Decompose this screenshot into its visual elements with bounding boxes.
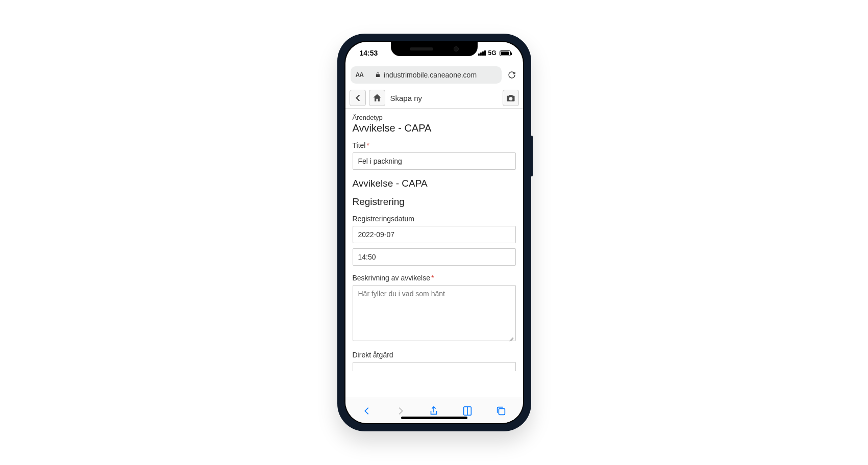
required-asterisk: * — [366, 141, 369, 149]
app-header-title: Skapa ny — [390, 94, 500, 102]
direct-action-input[interactable] — [353, 362, 516, 371]
reload-button[interactable] — [506, 70, 518, 80]
phone-frame: 14:53 5G AA industrimobile.caneaone.com — [337, 34, 531, 431]
svg-rect-0 — [499, 408, 505, 415]
case-type-label: Ärendetyp — [353, 114, 516, 121]
lock-icon — [375, 71, 381, 79]
reg-date-label: Registreringsdatum — [353, 215, 516, 223]
title-label: Titel* — [353, 141, 516, 149]
status-time: 14:53 — [360, 49, 378, 57]
home-button[interactable] — [369, 90, 385, 106]
battery-icon — [500, 50, 511, 56]
address-bar[interactable]: AA industrimobile.caneaone.com — [351, 66, 502, 84]
title-input[interactable] — [353, 152, 516, 170]
browser-back-button[interactable] — [357, 405, 377, 417]
text-size-button[interactable]: AA — [356, 71, 363, 79]
app-header: Skapa ny — [345, 88, 523, 109]
resize-handle-icon[interactable] — [509, 335, 514, 341]
browser-address-row: AA industrimobile.caneaone.com — [345, 64, 523, 88]
desc-label: Beskrivning av avvikelse* — [353, 274, 516, 282]
case-type-value: Avvikelse - CAPA — [353, 122, 516, 134]
tabs-button[interactable] — [491, 405, 511, 417]
section-heading-registrering: Registrering — [353, 196, 516, 208]
home-indicator[interactable] — [401, 417, 467, 419]
desc-textarea[interactable] — [353, 285, 516, 341]
bookmarks-button[interactable] — [457, 405, 478, 417]
back-button[interactable] — [350, 90, 366, 106]
reg-date-input[interactable] — [353, 226, 516, 243]
signal-bars-icon — [478, 50, 486, 56]
camera-button[interactable] — [503, 90, 519, 106]
address-url: industrimobile.caneaone.com — [384, 71, 477, 79]
safari-toolbar — [345, 398, 523, 423]
reg-time-input[interactable] — [353, 248, 516, 266]
browser-forward-button[interactable] — [390, 405, 411, 417]
required-asterisk: * — [431, 274, 434, 282]
direct-action-label: Direkt åtgärd — [353, 351, 516, 359]
share-button[interactable] — [424, 405, 444, 417]
network-label: 5G — [488, 49, 496, 57]
form-content: Ärendetyp Avvikelse - CAPA Titel* Avvike… — [345, 109, 523, 398]
phone-notch — [391, 42, 478, 56]
section-heading-avvikelse: Avvikelse - CAPA — [353, 178, 516, 189]
phone-side-button — [531, 136, 533, 176]
